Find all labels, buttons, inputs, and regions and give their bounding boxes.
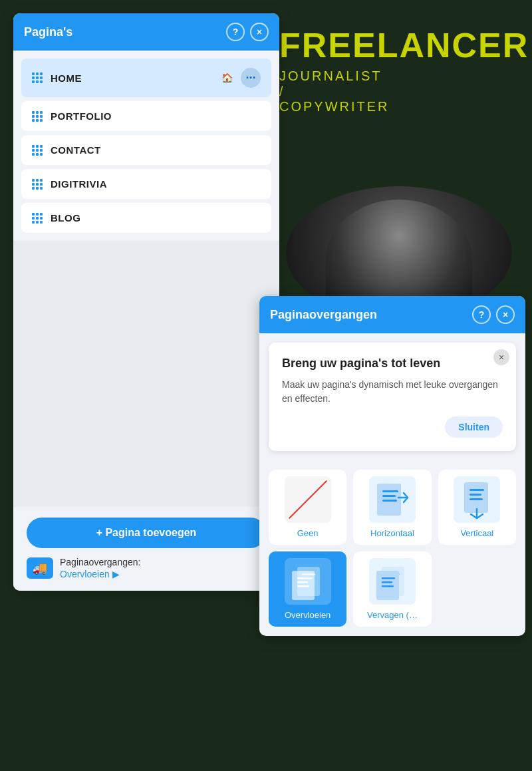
transitions-panel-actions: ? × bbox=[472, 305, 515, 324]
page-item-contact-label: CONTACT bbox=[51, 144, 261, 156]
transition-option-geen[interactable]: Geen bbox=[269, 470, 346, 545]
svg-rect-7 bbox=[469, 489, 484, 491]
vervagen-icon-box bbox=[369, 558, 416, 605]
geen-icon-box bbox=[285, 476, 331, 523]
pages-help-button[interactable]: ? bbox=[226, 23, 245, 41]
page-item-home-more-button[interactable]: ··· bbox=[241, 68, 261, 88]
svg-rect-6 bbox=[464, 482, 488, 513]
svg-rect-4 bbox=[382, 500, 397, 502]
svg-rect-22 bbox=[382, 577, 395, 579]
transition-option-verticaal[interactable]: Verticaal bbox=[438, 470, 516, 545]
pages-list: HOME 🏠 ··· PORTFOLIO bbox=[13, 51, 279, 241]
page-item-blog[interactable]: BLOG bbox=[21, 203, 271, 233]
overvloeien-icon-box bbox=[285, 558, 331, 605]
page-item-home[interactable]: HOME 🏠 ··· bbox=[21, 59, 271, 97]
horizontaal-icon bbox=[374, 480, 410, 520]
page-item-home-label: HOME bbox=[51, 73, 213, 84]
svg-rect-3 bbox=[382, 495, 396, 497]
page-item-contact[interactable]: CONTACT bbox=[21, 135, 271, 165]
truck-icon: 🚚 bbox=[27, 557, 53, 579]
pages-panel-title: Pagina's bbox=[24, 25, 72, 39]
transitions-text-container: Paginaovergangen: Overvloeien ▶ bbox=[60, 556, 140, 580]
transition-option-vervagen[interactable]: Vervagen (… bbox=[353, 551, 431, 627]
transition-option-horizontaal[interactable]: Horizontaal bbox=[353, 470, 431, 545]
page-item-portfolio[interactable]: PORTFOLIO bbox=[21, 101, 271, 131]
overvloeien-icon bbox=[288, 561, 328, 601]
page-item-blog-grid-icon bbox=[32, 213, 43, 224]
transition-option-overvloeien[interactable]: Overvloeien bbox=[269, 551, 346, 627]
pages-close-button[interactable]: × bbox=[250, 23, 269, 41]
svg-rect-24 bbox=[382, 585, 394, 587]
pages-panel-header: Pagina's ? × bbox=[13, 13, 279, 51]
transitions-panel-title: Paginaovergangen bbox=[270, 308, 377, 322]
svg-rect-9 bbox=[469, 498, 483, 500]
grid-dots-icon bbox=[32, 111, 43, 122]
grid-dots-icon bbox=[32, 179, 43, 190]
page-item-digitrivia[interactable]: DIGITRIVIA bbox=[21, 169, 271, 199]
pages-panel-footer: + Pagina toevoegen 🚚 Paginaovergangen: O… bbox=[13, 507, 279, 591]
page-item-home-grid-icon bbox=[32, 73, 43, 83]
tooltip-body: Maak uw pagina's dynamisch met leuke ove… bbox=[282, 378, 503, 406]
svg-rect-17 bbox=[297, 585, 309, 587]
verticaal-label: Verticaal bbox=[460, 528, 493, 538]
page-item-digitrivia-label: DIGITRIVIA bbox=[51, 178, 261, 190]
tooltip-heading: Breng uw pagina's tot leven bbox=[282, 356, 503, 371]
horizontaal-label: Horizontaal bbox=[370, 528, 414, 538]
pages-panel: Pagina's ? × HOME 🏠 ··· bbox=[13, 13, 279, 591]
transitions-label: Paginaovergangen: bbox=[60, 557, 140, 567]
page-item-digitrivia-grid-icon bbox=[32, 179, 43, 190]
grid-dots-icon bbox=[32, 145, 43, 156]
svg-rect-15 bbox=[297, 577, 311, 579]
grid-dots-icon bbox=[32, 213, 43, 224]
verticaal-icon bbox=[459, 480, 495, 520]
grid-dots-icon bbox=[32, 73, 43, 83]
page-item-contact-grid-icon bbox=[32, 145, 43, 156]
tooltip-card: × Breng uw pagina's tot leven Maak uw pa… bbox=[269, 343, 516, 451]
svg-rect-16 bbox=[297, 581, 308, 583]
transitions-info: 🚚 Paginaovergangen: Overvloeien ▶ bbox=[27, 556, 266, 580]
tooltip-sluiten-button[interactable]: Sluiten bbox=[445, 416, 503, 438]
transitions-panel-header: Paginaovergangen ? × bbox=[259, 296, 525, 333]
transitions-close-button[interactable]: × bbox=[496, 305, 515, 324]
overvloeien-label: Overvloeien bbox=[285, 610, 331, 620]
svg-rect-23 bbox=[382, 581, 392, 583]
transitions-panel: Paginaovergangen ? × × Breng uw pagina's… bbox=[259, 296, 525, 636]
geen-diagonal-line bbox=[289, 480, 327, 519]
home-icon: 🏠 bbox=[221, 73, 233, 83]
pages-empty-area bbox=[13, 241, 279, 507]
transition-options-grid: Geen Horizontaal bbox=[259, 460, 525, 636]
transitions-value[interactable]: Overvloeien ▶ bbox=[60, 569, 120, 579]
tooltip-close-button[interactable]: × bbox=[493, 349, 509, 365]
page-item-portfolio-label: PORTFOLIO bbox=[51, 110, 261, 122]
pages-panel-actions: ? × bbox=[226, 23, 269, 41]
verticaal-icon-box bbox=[454, 476, 500, 523]
geen-label: Geen bbox=[297, 528, 319, 538]
page-item-blog-label: BLOG bbox=[51, 212, 261, 224]
svg-rect-8 bbox=[469, 494, 481, 496]
vervagen-label: Vervagen (… bbox=[367, 610, 418, 620]
add-page-button[interactable]: + Pagina toevoegen bbox=[27, 518, 266, 548]
transitions-help-button[interactable]: ? bbox=[472, 305, 491, 324]
page-item-portfolio-grid-icon bbox=[32, 111, 43, 122]
horizontaal-icon-box bbox=[369, 476, 416, 523]
svg-rect-2 bbox=[382, 490, 398, 492]
vervagen-icon bbox=[372, 561, 412, 601]
